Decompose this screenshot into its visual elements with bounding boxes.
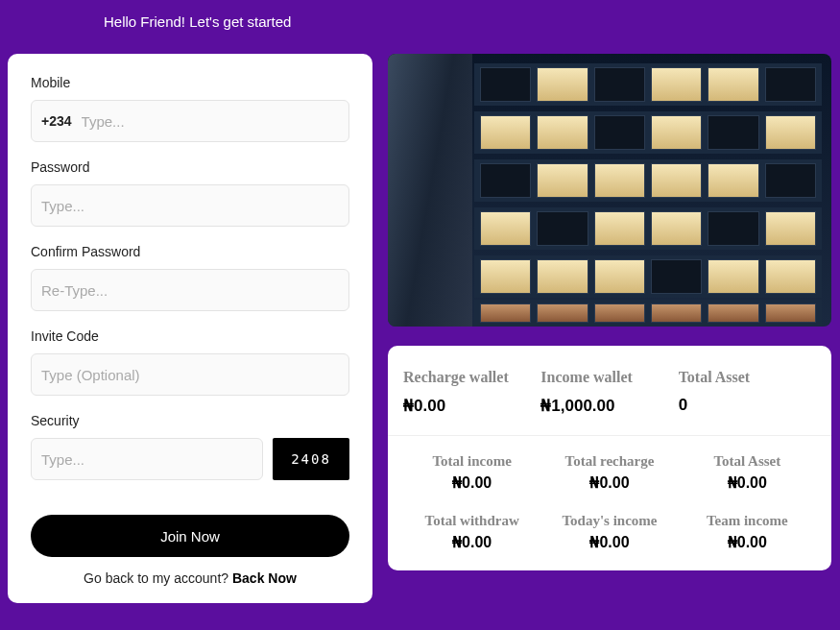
stat-value: ₦0.00 <box>403 533 540 551</box>
stat-total-withdraw: Total withdraw ₦0.00 <box>403 513 540 551</box>
recharge-wallet-col: Recharge wallet ₦0.00 <box>403 369 540 416</box>
confirm-password-input-wrap <box>31 269 349 311</box>
income-wallet-col: Income wallet ₦1,000.00 <box>540 369 678 416</box>
stat-total-asset: Total Asset ₦0.00 <box>679 453 816 492</box>
hero-image <box>388 54 831 327</box>
stat-label: Total withdraw <box>403 513 540 529</box>
invite-code-label: Invite Code <box>31 328 349 344</box>
stat-value: ₦0.00 <box>679 533 816 551</box>
security-input-wrap <box>31 438 263 480</box>
confirm-password-label: Confirm Password <box>31 244 349 259</box>
stat-label: Total recharge <box>540 453 678 470</box>
password-input-wrap <box>31 184 349 227</box>
total-asset-col: Total Asset 0 <box>679 369 816 416</box>
mobile-input-wrap: +234 <box>31 100 349 142</box>
back-line: Go back to my account? Back Now <box>31 570 349 586</box>
captcha-image[interactable]: 2408 <box>273 438 349 480</box>
password-input[interactable] <box>41 185 339 226</box>
invite-code-group: Invite Code <box>31 328 349 396</box>
invite-code-input[interactable] <box>41 354 339 395</box>
mobile-input[interactable] <box>82 101 339 141</box>
stat-label: Today's income <box>540 513 678 529</box>
mobile-prefix: +234 <box>41 113 72 129</box>
stat-total-income: Total income ₦0.00 <box>403 453 540 492</box>
mobile-label: Mobile <box>31 75 349 90</box>
password-label: Password <box>31 159 349 175</box>
back-now-link[interactable]: Back Now <box>232 570 297 586</box>
stat-value: ₦0.00 <box>679 473 816 492</box>
stat-value: ₦0.00 <box>403 473 540 492</box>
greeting-text: Hello Friend! Let's get started <box>104 13 291 30</box>
stat-value: ₦0.00 <box>540 533 678 551</box>
stat-label: Team income <box>679 513 816 529</box>
signup-card: Mobile +234 Password Confirm Password In… <box>8 54 372 603</box>
stat-label: Total Asset <box>679 453 816 470</box>
income-wallet-label: Income wallet <box>540 369 678 386</box>
stat-label: Total income <box>403 453 540 470</box>
total-asset-label: Total Asset <box>679 369 816 386</box>
back-prompt: Go back to my account? <box>84 570 232 586</box>
security-label: Security <box>31 413 349 428</box>
wallet-card: Recharge wallet ₦0.00 Income wallet ₦1,0… <box>388 346 831 570</box>
mobile-group: Mobile +234 <box>31 75 349 142</box>
stat-todays-income: Today's income ₦0.00 <box>540 513 678 551</box>
recharge-wallet-label: Recharge wallet <box>403 369 540 386</box>
wallet-stats-grid: Total income ₦0.00 Total recharge ₦0.00 … <box>388 436 831 570</box>
building-graphic <box>388 54 831 327</box>
security-input[interactable] <box>41 439 252 479</box>
join-now-button[interactable]: Join Now <box>31 515 349 557</box>
confirm-password-group: Confirm Password <box>31 244 349 311</box>
security-row: 2408 <box>31 438 349 480</box>
wallet-top-row: Recharge wallet ₦0.00 Income wallet ₦1,0… <box>388 346 831 436</box>
income-wallet-value: ₦1,000.00 <box>540 396 678 416</box>
total-asset-value: 0 <box>679 396 816 415</box>
stat-team-income: Team income ₦0.00 <box>679 513 816 551</box>
stat-total-recharge: Total recharge ₦0.00 <box>540 453 678 492</box>
invite-code-input-wrap <box>31 353 349 396</box>
confirm-password-input[interactable] <box>41 270 339 310</box>
stat-value: ₦0.00 <box>540 473 678 492</box>
security-group: Security 2408 <box>31 413 349 480</box>
recharge-wallet-value: ₦0.00 <box>403 396 540 416</box>
password-group: Password <box>31 159 349 227</box>
